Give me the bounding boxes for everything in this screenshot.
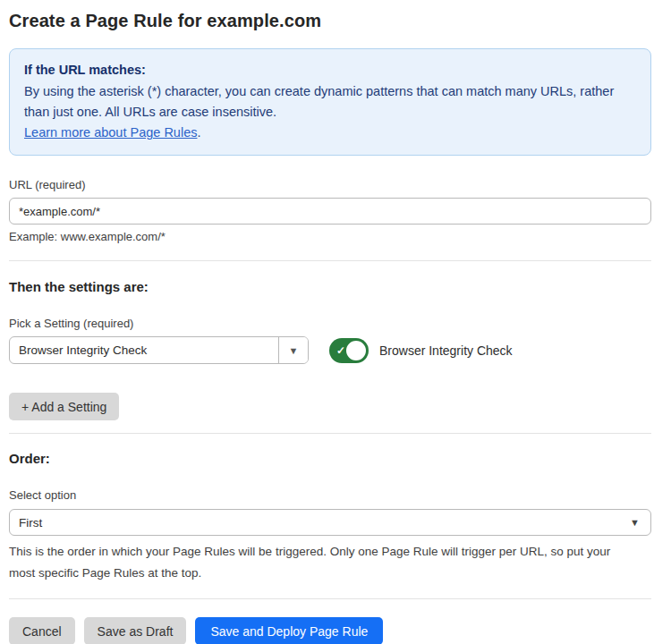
cancel-button[interactable]: Cancel [9, 617, 75, 644]
info-box-body: By using the asterisk (*) character, you… [24, 81, 636, 123]
divider [9, 598, 651, 599]
setting-select-value: Browser Integrity Check [10, 337, 278, 363]
info-box-link-line: Learn more about Page Rules. [24, 123, 636, 143]
url-match-info-box: If the URL matches: By using the asteris… [9, 48, 651, 156]
chevron-down-icon: ▼ [630, 517, 640, 528]
order-select-value: First [10, 516, 630, 530]
order-select-label: Select option [9, 488, 651, 502]
learn-more-link[interactable]: Learn more about Page Rules [24, 125, 197, 140]
settings-section-heading: Then the settings are: [9, 279, 651, 294]
info-box-heading: If the URL matches: [24, 60, 636, 80]
save-deploy-button[interactable]: Save and Deploy Page Rule [195, 617, 383, 644]
add-setting-button[interactable]: + Add a Setting [9, 393, 119, 420]
url-input[interactable] [9, 198, 651, 225]
chevron-down-icon: ▼ [278, 337, 308, 363]
footer-actions: Cancel Save as Draft Save and Deploy Pag… [9, 617, 651, 644]
divider [9, 260, 651, 261]
url-example-hint: Example: www.example.com/* [9, 230, 651, 243]
setting-toggle-label: Browser Integrity Check [379, 343, 513, 358]
setting-row: Browser Integrity Check ▼ ✓ Browser Inte… [9, 336, 651, 364]
toggle-knob [344, 339, 368, 362]
order-section-heading: Order: [9, 451, 651, 466]
page-title: Create a Page Rule for example.com [9, 11, 651, 31]
save-draft-button[interactable]: Save as Draft [84, 617, 187, 644]
pick-setting-label: Pick a Setting (required) [9, 317, 651, 330]
setting-toggle[interactable]: ✓ [329, 338, 369, 363]
link-suffix: . [197, 125, 200, 140]
page-rule-form: Create a Page Rule for example.com If th… [0, 0, 671, 644]
divider [9, 433, 651, 434]
setting-select[interactable]: Browser Integrity Check ▼ [9, 336, 309, 364]
url-field-label: URL (required) [9, 178, 651, 191]
order-select[interactable]: First ▼ [9, 509, 651, 536]
order-help-text: This is the order in which your Page Rul… [9, 541, 635, 584]
